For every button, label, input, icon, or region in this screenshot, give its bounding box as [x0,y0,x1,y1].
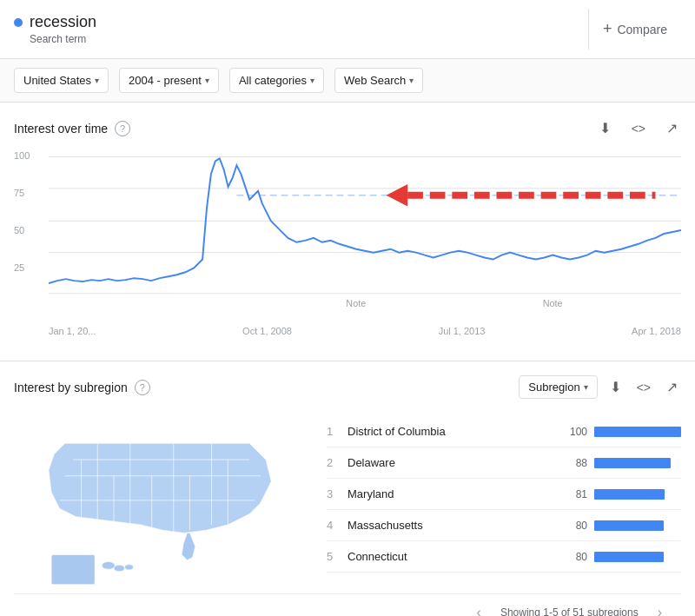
share-icon[interactable]: ↗ [663,116,681,140]
rank-name-4: Massachusetts [348,519,556,532]
section-header-interest: Interest over time ? ⬇ <> ↗ [14,116,681,140]
rank-bar-1 [594,427,681,437]
subregion-section-header: Interest by subregion ? Subregion ▾ ⬇ <>… [14,375,681,399]
rank-name-1: District of Columbia [348,425,556,438]
download-icon[interactable]: ⬇ [596,116,614,140]
y-label-100: 100 [14,150,30,161]
subregion-content: 1 District of Columbia 100 2 Delaware 88… [14,416,681,593]
subregion-info-icon[interactable]: ? [135,380,150,395]
ranking-row-5: 5 Connecticut 80 [327,541,681,573]
rank-name-5: Connecticut [348,550,556,563]
search-term-subtext: Search term [30,33,96,45]
rank-number-4: 4 [327,519,348,532]
rank-bar-5 [594,552,664,562]
pagination-text: Showing 1-5 of 51 subregions [500,606,639,616]
svg-point-13 [114,565,125,572]
filter-region-label: United States [23,74,91,87]
rank-bar-container-4 [594,520,681,531]
filter-time-label: 2004 - present [129,74,202,87]
y-label-50: 50 [14,225,30,235]
rank-number-3: 3 [327,487,348,500]
rank-bar-container-3 [594,489,681,500]
svg-point-12 [102,562,115,570]
share-subregion-icon[interactable]: ↗ [663,375,681,399]
x-label-2018: Apr 1, 2018 [632,326,681,336]
compare-label: Compare [617,23,667,36]
filter-time[interactable]: 2004 - present ▾ [119,68,219,93]
rank-score-4: 80 [556,520,587,532]
svg-text:Note: Note [543,298,563,308]
rank-number-5: 5 [327,550,348,563]
interest-over-time-title: Interest over time [14,122,108,136]
rank-number-1: 1 [327,425,348,438]
y-label-75: 75 [14,188,30,198]
download-subregion-icon[interactable]: ⬇ [606,375,625,399]
us-map-svg [14,416,301,590]
rank-score-1: 100 [556,426,587,438]
chevron-down-icon: ▾ [95,76,99,85]
embed-icon[interactable]: <> [628,118,649,139]
rank-bar-2 [594,458,671,468]
filter-region[interactable]: United States ▾ [14,68,109,93]
subregion-title: Interest by subregion [14,381,128,394]
x-label-2013: Jul 1, 2013 [439,326,486,336]
rank-bar-container-1 [594,427,681,437]
rank-score-3: 81 [556,488,587,500]
embed-subregion-icon[interactable]: <> [633,377,654,398]
ranking-row-1: 1 District of Columbia 100 [327,416,681,447]
filter-search-type[interactable]: Web Search ▾ [334,68,423,93]
rank-name-3: Maryland [348,487,556,500]
filters-bar: United States ▾ 2004 - present ▾ All cat… [0,59,695,103]
y-axis-labels: 100 75 50 25 [14,147,30,303]
rank-bar-container-2 [594,458,681,468]
page-arrow-prev[interactable]: ‹ [472,603,486,616]
section-action-icons: ⬇ <> ↗ [596,116,681,140]
subregion-dropdown[interactable]: Subregion ▾ [519,375,597,399]
svg-rect-11 [51,554,95,584]
svg-point-14 [125,565,134,570]
chart-svg: Note Note [49,147,681,321]
search-term-block: recession Search term [14,13,96,45]
rank-number-2: 2 [327,456,348,469]
rank-name-2: Delaware [348,456,556,469]
search-dot-icon [14,18,23,27]
rank-score-2: 88 [556,457,587,469]
rank-bar-4 [594,520,664,531]
filter-category-label: All categories [239,74,307,87]
search-term-text: recession [30,13,96,31]
chevron-down-icon: ▾ [205,76,209,85]
chevron-down-icon: ▾ [584,382,588,392]
header: recession Search term + Compare [0,0,695,59]
rankings-list: 1 District of Columbia 100 2 Delaware 88… [327,416,681,593]
filter-search-type-label: Web Search [344,74,406,87]
info-icon[interactable]: ? [115,121,130,136]
interest-by-subregion-section: Interest by subregion ? Subregion ▾ ⬇ <>… [0,361,695,616]
chevron-down-icon: ▾ [409,76,414,85]
us-map-area [14,416,309,593]
interest-over-time-section: Interest over time ? ⬇ <> ↗ 100 75 50 25 [0,103,695,361]
ranking-row-4: 4 Massachusetts 80 [327,510,681,541]
svg-text:Note: Note [346,298,366,308]
rank-bar-container-5 [594,552,681,562]
page-arrow-next[interactable]: › [652,603,667,616]
chevron-down-icon: ▾ [310,76,314,85]
y-label-25: 25 [14,262,30,273]
x-label-2008: Oct 1, 2008 [242,326,292,336]
svg-marker-10 [387,184,408,207]
x-axis-labels: Jan 1, 20... Oct 1, 2008 Jul 1, 2013 Apr… [49,326,681,336]
filter-category[interactable]: All categories ▾ [229,68,324,93]
compare-button[interactable]: + Compare [588,9,681,50]
rank-bar-3 [594,489,665,500]
rank-score-5: 80 [556,551,587,563]
subregion-label: Subregion [528,381,579,394]
ranking-row-3: 3 Maryland 81 [327,479,681,510]
interest-over-time-chart: 100 75 50 25 Note Note [14,147,681,347]
subregion-action-icons: Subregion ▾ ⬇ <> ↗ [519,375,681,399]
compare-plus-icon: + [603,20,612,38]
x-label-2004: Jan 1, 20... [49,326,96,336]
pagination-bar: ‹ Showing 1-5 of 51 subregions › [14,593,681,616]
ranking-row-2: 2 Delaware 88 [327,447,681,479]
search-term-title: recession [14,13,96,31]
